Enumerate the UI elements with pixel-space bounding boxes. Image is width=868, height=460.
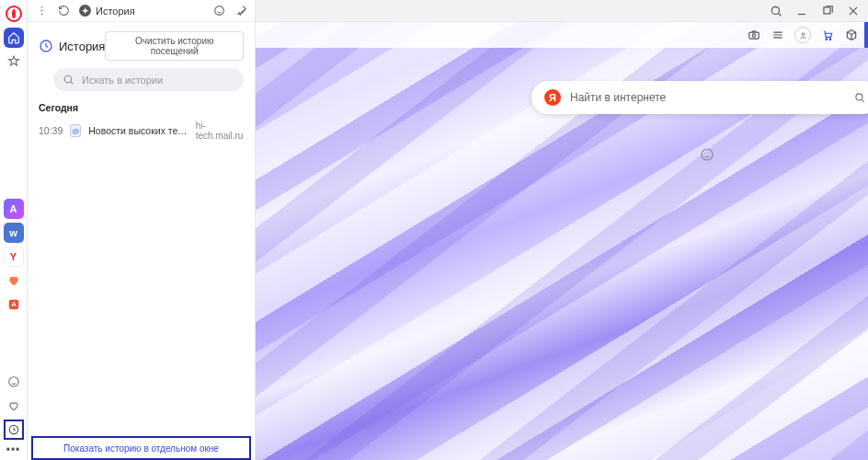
app-tile-vk-label: w xyxy=(9,227,17,238)
wallpaper-smile-icon[interactable] xyxy=(700,147,716,164)
history-header: История Очистить историю посещений xyxy=(28,22,255,68)
svg-point-3 xyxy=(40,6,42,8)
window-controls-bar xyxy=(256,0,868,22)
svg-point-14 xyxy=(826,39,828,40)
svg-point-13 xyxy=(802,32,805,35)
svg-rect-11 xyxy=(749,32,760,39)
svg-rect-10 xyxy=(824,6,830,13)
menu-icon[interactable] xyxy=(35,5,48,17)
app-tile-heart[interactable] xyxy=(4,270,24,291)
bookmark-rail-button[interactable] xyxy=(4,52,24,72)
wallpaper xyxy=(256,0,868,460)
pin-icon[interactable] xyxy=(234,5,247,17)
opera-logo-icon[interactable] xyxy=(6,6,22,22)
app-tile-yandex-label: Y xyxy=(10,251,17,262)
svg-point-12 xyxy=(752,34,756,38)
app-tile-yandex[interactable]: Y xyxy=(4,247,24,267)
history-item-title: Новости высоких технол… xyxy=(88,125,188,136)
smile-icon[interactable] xyxy=(212,5,225,17)
cart-icon[interactable] xyxy=(820,28,835,42)
heart-rail-icon[interactable] xyxy=(4,396,24,416)
history-item-favicon: @ xyxy=(70,124,81,137)
history-tab-icon: ✦ xyxy=(79,5,91,17)
main-content: Я Найти в интернете xyxy=(256,0,868,460)
history-panel-topbar: ✦ История xyxy=(28,0,255,22)
app-tile-al[interactable] xyxy=(4,294,24,315)
search-window-icon[interactable] xyxy=(769,4,783,18)
history-title: История xyxy=(39,39,105,53)
history-search[interactable] xyxy=(53,68,244,91)
history-search-input[interactable] xyxy=(82,75,234,86)
sidebar-rail: A w Y ••• xyxy=(0,0,28,460)
page-toolbar xyxy=(256,22,868,48)
history-panel: ✦ История История Очистить историю посещ… xyxy=(28,0,256,460)
search-icon xyxy=(63,74,74,86)
clock-icon xyxy=(39,39,53,53)
svg-point-5 xyxy=(40,13,42,15)
camera-icon[interactable] xyxy=(747,28,761,42)
app-tile-a-label: A xyxy=(10,203,17,214)
refresh-icon[interactable] xyxy=(57,5,70,17)
speed-dial-search[interactable]: Я Найти в интернете xyxy=(531,81,868,114)
history-title-text: История xyxy=(59,40,105,53)
smile-rail-icon[interactable] xyxy=(4,372,24,392)
search-icon xyxy=(853,91,866,104)
speed-dial-search-placeholder: Найти в интернете xyxy=(570,91,853,104)
svg-point-6 xyxy=(214,6,223,16)
svg-point-9 xyxy=(771,6,779,14)
home-rail-button[interactable] xyxy=(4,28,24,48)
maximize-icon[interactable] xyxy=(820,4,835,18)
tab-title-text: История xyxy=(96,6,135,17)
svg-point-1 xyxy=(8,377,18,387)
history-section-label: Сегодня xyxy=(28,98,255,117)
close-icon[interactable] xyxy=(846,4,861,18)
open-full-history-button[interactable]: Показать историю в отдельном окне xyxy=(31,436,251,460)
svg-point-8 xyxy=(64,75,72,83)
history-item-time: 10:39 xyxy=(39,125,63,136)
more-rail-icon[interactable]: ••• xyxy=(6,443,21,456)
svg-point-17 xyxy=(702,149,713,160)
svg-point-15 xyxy=(829,39,831,40)
minimize-icon[interactable] xyxy=(794,4,809,18)
history-item[interactable]: 10:39 @ Новости высоких технол… hi-tech.… xyxy=(28,117,255,144)
history-item-domain: hi-tech.mail.ru xyxy=(196,121,244,141)
app-tile-vk[interactable]: w xyxy=(4,223,24,243)
svg-point-4 xyxy=(40,10,42,12)
history-rail-icon[interactable] xyxy=(4,420,24,440)
user-icon[interactable] xyxy=(794,27,811,43)
clear-history-button[interactable]: Очистить историю посещений xyxy=(105,31,244,61)
app-tile-a[interactable]: A xyxy=(4,199,24,219)
box-icon[interactable] xyxy=(844,28,859,42)
accent-stripe xyxy=(864,22,868,48)
tab-title: ✦ История xyxy=(79,5,135,17)
yandex-logo-icon: Я xyxy=(544,89,561,106)
list-icon[interactable] xyxy=(771,28,785,42)
svg-point-16 xyxy=(856,94,862,100)
